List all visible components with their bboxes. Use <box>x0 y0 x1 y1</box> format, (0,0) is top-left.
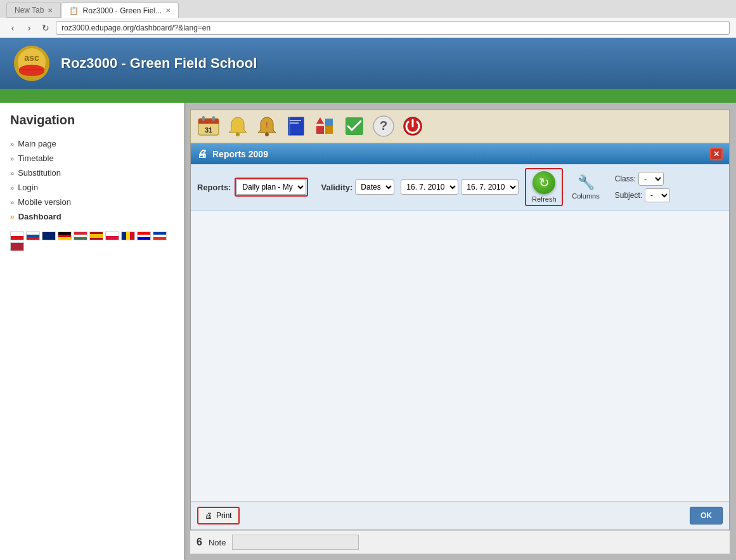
tab-label: New Tab <box>15 6 44 15</box>
sidebar: Navigation » Main page » Timetable » Sub… <box>0 103 184 560</box>
date2-select[interactable]: 16. 7. 2010 <box>461 179 519 195</box>
flag-pl[interactable] <box>105 231 119 240</box>
validity-select[interactable]: Dates <box>355 179 394 195</box>
validity-form-group: Validity: Dates <box>321 179 394 195</box>
tab-inactive[interactable]: New Tab ✕ <box>6 3 61 18</box>
flag-ro[interactable] <box>121 231 135 240</box>
chevron-icon: » <box>10 199 14 206</box>
svg-rect-10 <box>212 116 215 121</box>
sidebar-heading: Navigation <box>10 113 174 127</box>
print-icon: 🖨 <box>205 511 212 520</box>
refresh-btn-wrapper: ↻ Refresh <box>525 168 563 206</box>
url-input[interactable] <box>56 21 730 35</box>
class-select[interactable]: - <box>638 172 664 186</box>
calendar-icon: 31 <box>197 115 220 138</box>
subject-select[interactable]: - <box>645 188 670 202</box>
dialog-close-button[interactable]: ✕ <box>710 148 723 160</box>
chevron-active-icon: » <box>10 212 15 221</box>
columns-button[interactable]: 🔧 Columns <box>569 172 602 202</box>
blocks-icon <box>314 115 337 138</box>
sidebar-item-mobile[interactable]: » Mobile version <box>10 195 174 209</box>
green-button[interactable] <box>340 112 368 140</box>
dialog-toolbar: Reports: Daily plan - My Validity: <box>191 164 729 211</box>
bell-icon <box>226 115 249 138</box>
book-icon <box>285 115 307 138</box>
svg-rect-15 <box>290 120 301 121</box>
chevron-icon: » <box>10 155 14 162</box>
chevron-icon: » <box>10 169 14 177</box>
calendar-button[interactable]: 31 <box>195 112 223 140</box>
svg-text:?: ? <box>380 119 387 133</box>
columns-icon: 🔧 <box>578 174 595 191</box>
sidebar-flags <box>10 231 174 251</box>
print-label: Print <box>216 511 232 520</box>
refresh-button[interactable]: ↻ Refresh <box>527 171 560 204</box>
forward-button[interactable]: › <box>23 22 36 34</box>
columns-label: Columns <box>572 192 599 200</box>
dialog-body: Reports: Daily plan - My Validity: <box>191 164 729 530</box>
date1-select[interactable]: 16. 7. 2010 <box>401 179 458 195</box>
tab-active[interactable]: 📋 Roz3000 - Green Fiel... ✕ <box>61 3 179 18</box>
help-button[interactable]: ? <box>370 112 397 140</box>
print-button[interactable]: 🖨 Print <box>197 507 240 524</box>
book-button[interactable] <box>282 112 310 140</box>
sidebar-item-label: Login <box>18 183 38 192</box>
sidebar-item-label: Main page <box>18 139 56 148</box>
flag-sk[interactable] <box>26 231 40 240</box>
bottom-bar: 6 Note <box>190 530 730 554</box>
app-subheader <box>0 89 736 103</box>
sidebar-item-login[interactable]: » Login <box>10 180 174 195</box>
flag-hr[interactable] <box>137 231 151 240</box>
svg-rect-20 <box>325 119 333 126</box>
tab-bar: New Tab ✕ 📋 Roz3000 - Green Fiel... ✕ <box>0 0 736 18</box>
reports-select-wrapper: Daily plan - My <box>235 178 308 197</box>
note-input[interactable] <box>232 535 359 550</box>
sidebar-item-substitution[interactable]: » Substitution <box>10 166 174 180</box>
app-container: asc Roz3000 - Green Field School Navigat… <box>0 38 736 560</box>
svg-marker-19 <box>316 117 324 124</box>
svg-rect-17 <box>316 126 324 134</box>
sidebar-item-main-page[interactable]: » Main page <box>10 136 174 151</box>
svg-rect-16 <box>290 122 299 124</box>
flag-de[interactable] <box>58 231 72 240</box>
refresh-icon: ↻ <box>533 171 555 194</box>
svg-rect-8 <box>198 121 219 124</box>
row-number: 6 <box>197 537 202 548</box>
svg-text:31: 31 <box>205 126 212 134</box>
blocks-button[interactable] <box>311 112 339 140</box>
power-button[interactable] <box>399 112 427 140</box>
sidebar-item-label: Dashboard <box>18 212 61 221</box>
flag-hu[interactable] <box>74 231 87 240</box>
back-button[interactable]: ‹ <box>6 22 19 34</box>
ok-button[interactable]: OK <box>690 507 723 524</box>
sidebar-item-timetable[interactable]: » Timetable <box>10 151 174 166</box>
browser-chrome: New Tab ✕ 📋 Roz3000 - Green Fiel... ✕ ‹ … <box>0 0 736 38</box>
flag-es[interactable] <box>89 231 103 240</box>
reports-form-group: Reports: Daily plan - My <box>197 178 308 197</box>
dialog-titlebar-left: 🖨 Reports 2009 <box>197 148 268 160</box>
tab-active-label: Roz3000 - Green Fiel... <box>82 6 162 15</box>
reload-button[interactable]: ↻ <box>39 22 52 34</box>
bell-button[interactable] <box>224 112 252 140</box>
reports-dialog: 🖨 Reports 2009 ✕ Reports: Daily plan <box>190 143 730 530</box>
chevron-icon: » <box>10 140 14 148</box>
main-content: 31 <box>184 103 736 560</box>
note-label: Note <box>209 538 226 547</box>
sidebar-item-dashboard[interactable]: » Dashboard <box>10 209 174 224</box>
app-body: Navigation » Main page » Timetable » Sub… <box>0 103 736 560</box>
address-bar: ‹ › ↻ <box>0 18 736 38</box>
bell2-button[interactable]: ! <box>253 112 281 140</box>
sidebar-item-label: Mobile version <box>18 197 71 207</box>
tab-active-close-icon[interactable]: ✕ <box>165 7 171 14</box>
reports-select[interactable]: Daily plan - My <box>236 179 306 195</box>
flag-en[interactable] <box>42 231 56 240</box>
flag-cz[interactable] <box>10 231 24 240</box>
app-title: Roz3000 - Green Field School <box>61 55 257 72</box>
class-label: Class: <box>615 174 636 183</box>
class-subject-group: Class: - Subject: - <box>615 172 670 202</box>
tab-close-icon[interactable]: ✕ <box>48 7 53 14</box>
sidebar-item-label: Timetable <box>18 153 54 163</box>
app-header: asc Roz3000 - Green Field School <box>0 38 736 89</box>
flag-sl[interactable] <box>153 231 167 240</box>
flag-us[interactable] <box>10 242 24 251</box>
